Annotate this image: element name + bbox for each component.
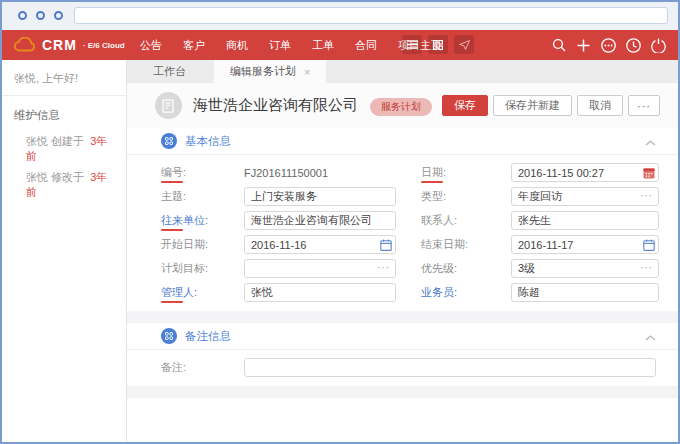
app-window: CRM · E/6 Cloud 公告 客户 商机 订单 工单 合同 项目主页 (0, 0, 680, 444)
tab-workbench[interactable]: 工作台 (137, 60, 202, 83)
nav-item-work-orders[interactable]: 工单 (312, 38, 334, 53)
more-circle-icon[interactable] (601, 38, 616, 53)
nav-item-orders[interactable]: 订单 (269, 38, 291, 53)
empty-area (127, 398, 678, 442)
salesperson-input[interactable] (511, 283, 659, 302)
lookup-ellipsis-icon[interactable]: ··· (640, 262, 653, 274)
calendar-icon[interactable] (380, 239, 392, 253)
greeting: 张悦, 上午好! (2, 60, 126, 96)
section-title: 备注信息 (185, 329, 231, 344)
field-subject: 主题: (127, 187, 402, 206)
save-and-new-button[interactable]: 保存并新建 (493, 95, 572, 116)
brand-suffix: · E/6 Cloud (83, 41, 125, 50)
item-action: 创建于 (51, 135, 84, 147)
field-label: 类型: (421, 189, 511, 204)
section-divider (127, 311, 678, 323)
brand: CRM · E/6 Cloud (14, 30, 125, 60)
section-title: 基本信息 (185, 134, 231, 149)
field-notes: 备注: (127, 358, 678, 377)
brand-name: CRM (42, 37, 77, 53)
tab-edit-service-plan[interactable]: 编辑服务计划 × (214, 60, 326, 83)
power-logout-icon[interactable] (651, 38, 666, 53)
tab-label: 编辑服务计划 (230, 64, 296, 79)
history-clock-icon[interactable] (626, 38, 641, 53)
send-announce-button[interactable] (454, 35, 474, 54)
field-label: 日期: (421, 165, 511, 180)
address-bar[interactable] (74, 7, 668, 24)
cancel-button[interactable]: 取消 (577, 95, 623, 116)
required-marker (161, 229, 183, 231)
plan-goal-input[interactable] (244, 259, 396, 278)
field-manager: 管理人: (127, 283, 402, 302)
list-item: 张悦 修改于 3年前 (2, 167, 126, 203)
field-account: 往来单位: (127, 211, 402, 230)
search-icon[interactable] (551, 38, 566, 53)
collapse-chevron-icon[interactable] (645, 331, 656, 343)
page-title: 海世浩企业咨询有限公司 (193, 96, 358, 115)
nav-item-contracts[interactable]: 合同 (355, 38, 377, 53)
basic-info-form: 编号: FJ201611150001 日期: 主题: (127, 155, 678, 311)
manager-input[interactable] (244, 283, 396, 302)
lookup-ellipsis-icon[interactable]: ··· (377, 262, 390, 274)
type-input[interactable] (511, 187, 659, 206)
nav-item-announcements[interactable]: 公告 (140, 38, 162, 53)
nav-item-opportunities[interactable]: 商机 (226, 38, 248, 53)
content: 张悦, 上午好! 维护信息 张悦 创建于 3年前 张悦 修改于 3年前 工作台 … (2, 60, 678, 442)
field-label: 业务员: (421, 285, 511, 300)
required-marker (161, 301, 183, 303)
maintenance-info-title: 维护信息 (2, 96, 126, 131)
item-user: 张悦 (26, 171, 48, 183)
date-input[interactable] (511, 163, 659, 182)
calendar-red-icon[interactable] (643, 167, 655, 181)
subject-input[interactable] (244, 187, 396, 206)
notes-section-header: 备注信息 (127, 323, 678, 350)
field-priority: 优先级: ··· (402, 259, 678, 278)
field-label: 开始日期: (161, 237, 244, 252)
priority-input[interactable] (511, 259, 659, 278)
field-label: 结束日期: (421, 237, 511, 252)
field-salesperson: 业务员: (402, 283, 678, 302)
service-plan-badge: 服务计划 (370, 98, 432, 116)
list-menu-button[interactable] (402, 35, 422, 54)
notes-input[interactable] (244, 358, 656, 377)
field-label: 联系人: (421, 213, 511, 228)
calendar-icon[interactable] (643, 239, 655, 253)
page-head: 海世浩企业咨询有限公司 服务计划 保存 保存并新建 取消 ··· (127, 83, 678, 128)
section-grid-icon (161, 133, 177, 149)
number-value: FJ201611150001 (244, 167, 328, 179)
account-input[interactable] (244, 211, 396, 230)
field-end-date: 结束日期: (402, 235, 678, 254)
field-label: 编号: (161, 165, 244, 180)
start-date-input[interactable] (244, 235, 396, 254)
contact-input[interactable] (511, 211, 659, 230)
end-date-input[interactable] (511, 235, 659, 254)
close-icon[interactable]: × (304, 66, 310, 78)
more-actions-button[interactable]: ··· (628, 95, 660, 116)
notes-form: 备注: (127, 350, 678, 386)
header-icons (551, 30, 666, 60)
tab-bar: 工作台 编辑服务计划 × (127, 60, 678, 83)
field-label: 优先级: (421, 261, 511, 276)
add-icon[interactable] (576, 38, 591, 53)
item-action: 修改于 (51, 171, 84, 183)
list-item: 张悦 创建于 3年前 (2, 131, 126, 167)
window-control-icon[interactable] (36, 11, 45, 20)
field-label: 计划目标: (161, 261, 244, 276)
field-contact: 联系人: (402, 211, 678, 230)
document-avatar-icon (155, 92, 182, 119)
field-label: 备注: (161, 360, 244, 375)
main-nav: 公告 客户 商机 订单 工单 合同 项目主页 (140, 30, 442, 60)
save-button[interactable]: 保存 (442, 95, 488, 116)
section-divider (127, 386, 678, 398)
required-marker (161, 181, 183, 183)
lookup-ellipsis-icon[interactable]: ··· (640, 190, 653, 202)
grid-apps-button[interactable] (428, 35, 448, 54)
action-buttons: 保存 保存并新建 取消 ··· (442, 95, 660, 116)
window-control-icon[interactable] (18, 11, 27, 20)
field-start-date: 开始日期: (127, 235, 402, 254)
collapse-chevron-icon[interactable] (645, 136, 656, 148)
field-date: 日期: (402, 163, 678, 182)
window-control-icon[interactable] (54, 11, 63, 20)
nav-item-customers[interactable]: 客户 (183, 38, 205, 53)
app-header: CRM · E/6 Cloud 公告 客户 商机 订单 工单 合同 项目主页 (2, 30, 678, 60)
